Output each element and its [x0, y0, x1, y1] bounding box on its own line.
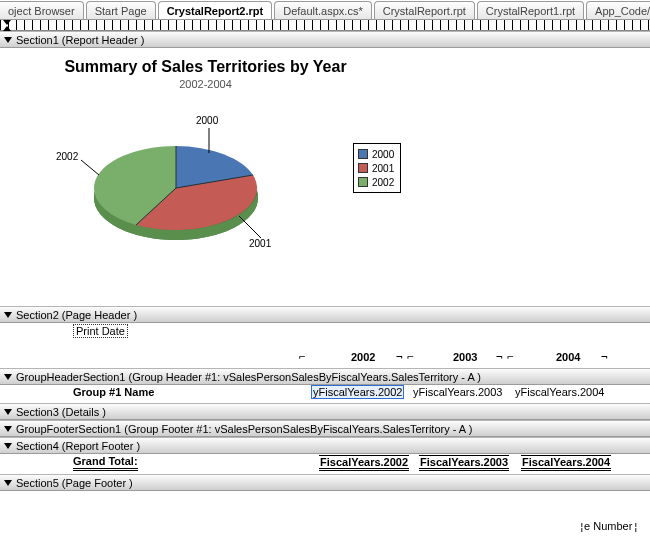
legend-label-2001: 2001 — [372, 163, 394, 174]
pie-label-2000: 2000 — [196, 115, 218, 126]
section-label: GroupHeaderSection1 (Group Header #1: vS… — [16, 371, 481, 383]
pie-label-2002: 2002 — [56, 151, 78, 162]
field-bracket: ¦ — [632, 520, 638, 533]
page-footer-canvas[interactable]: ¦e Number¦ — [0, 491, 650, 538]
section-label: GroupFooterSection1 (Group Footer #1: vS… — [16, 423, 472, 435]
column-header-2003[interactable]: 2003 — [453, 351, 477, 363]
grand-total-label[interactable]: Grand Total: — [73, 455, 138, 471]
section-label: Section1 (Report Header ) — [16, 34, 144, 46]
section-label: Section4 (Report Footer ) — [16, 440, 140, 452]
column-header-2002[interactable]: 2002 — [351, 351, 375, 363]
grand-total-2004[interactable]: FiscalYears.2004 — [521, 455, 611, 471]
pie-label-2001: 2001 — [249, 238, 271, 249]
chart-legend[interactable]: 2000 2001 2002 — [353, 143, 401, 193]
legend-label-2002: 2002 — [372, 177, 394, 188]
tab-crystalreport1[interactable]: CrystalReport1.rpt — [477, 1, 584, 20]
grand-total-2002[interactable]: FiscalYears.2002 — [319, 455, 409, 471]
svg-line-6 — [81, 160, 99, 175]
report-header-canvas[interactable]: Summary of Sales Territories by Year 200… — [0, 48, 650, 306]
chart-title[interactable]: Summary of Sales Territories by Year — [1, 58, 410, 76]
collapse-icon — [4, 480, 12, 486]
document-tabbar: oject Browser Start Page CrystalReport2.… — [0, 0, 650, 20]
section-header-page-footer[interactable]: Section5 (Page Footer ) — [0, 474, 650, 491]
collapse-icon — [4, 37, 12, 43]
col-bracket: ¬ — [601, 351, 607, 364]
page-header-canvas[interactable]: Print Date ⌐ 2002 ¬ ⌐ 2003 ¬ ⌐ 2004 ¬ — [0, 323, 650, 368]
collapse-icon — [4, 374, 12, 380]
group-header-canvas[interactable]: Group #1 Name yFiscalYears.2002 yFiscalY… — [0, 385, 650, 403]
section-label: Section3 (Details ) — [16, 406, 106, 418]
tab-start-page[interactable]: Start Page — [86, 1, 156, 20]
legend-swatch-2001 — [358, 163, 368, 173]
section-header-report-footer[interactable]: Section4 (Report Footer ) — [0, 437, 650, 454]
section-header-group-header[interactable]: GroupHeaderSection1 (Group Header #1: vS… — [0, 368, 650, 385]
tab-object-browser[interactable]: oject Browser — [0, 1, 84, 20]
tab-dataset1-xsd[interactable]: App_Code/DataSet1.xsd — [586, 1, 650, 20]
column-header-2004[interactable]: 2004 — [556, 351, 580, 363]
year-cell-2004[interactable]: yFiscalYears.2004 — [515, 386, 604, 398]
tab-crystalreport[interactable]: CrystalReport.rpt — [374, 1, 475, 20]
col-bracket: ¬ ⌐ — [396, 351, 413, 364]
legend-item-2001: 2001 — [358, 161, 394, 175]
tab-default-aspx-cs[interactable]: Default.aspx.cs* — [274, 1, 371, 20]
year-cell-2002-selected[interactable]: yFiscalYears.2002 — [311, 385, 404, 399]
legend-item-2002: 2002 — [358, 175, 394, 189]
section-label: Section5 (Page Footer ) — [16, 477, 133, 489]
legend-swatch-2002 — [358, 177, 368, 187]
section-header-report-header[interactable]: Section1 (Report Header ) — [0, 31, 650, 48]
legend-label-2000: 2000 — [372, 149, 394, 160]
horizontal-ruler[interactable] — [0, 20, 650, 31]
page-number-field[interactable]: ¦e Number¦ — [578, 520, 638, 533]
collapse-icon — [4, 312, 12, 318]
collapse-icon — [4, 426, 12, 432]
chart-subtitle[interactable]: 2002-2004 — [1, 78, 410, 90]
report-footer-canvas[interactable]: Grand Total: FiscalYears.2002 FiscalYear… — [0, 454, 650, 474]
group-name-field[interactable]: Group #1 Name — [73, 386, 154, 398]
grand-total-2003[interactable]: FiscalYears.2003 — [419, 455, 509, 471]
col-bracket: ⌐ — [299, 351, 305, 364]
section-header-page-header[interactable]: Section2 (Page Header ) — [0, 306, 650, 323]
col-bracket: ¬ ⌐ — [496, 351, 513, 364]
svg-line-5 — [239, 216, 261, 238]
legend-item-2000: 2000 — [358, 147, 394, 161]
page-number-value: e Number — [584, 520, 632, 532]
section-header-group-footer[interactable]: GroupFooterSection1 (Group Footer #1: vS… — [0, 420, 650, 437]
section-header-details[interactable]: Section3 (Details ) — [0, 403, 650, 420]
tab-crystalreport2[interactable]: CrystalReport2.rpt — [158, 1, 273, 20]
section-label: Section2 (Page Header ) — [16, 309, 137, 321]
collapse-icon — [4, 409, 12, 415]
legend-swatch-2000 — [358, 149, 368, 159]
collapse-icon — [4, 443, 12, 449]
year-cell-2003[interactable]: yFiscalYears.2003 — [413, 386, 502, 398]
print-date-field[interactable]: Print Date — [73, 324, 128, 338]
